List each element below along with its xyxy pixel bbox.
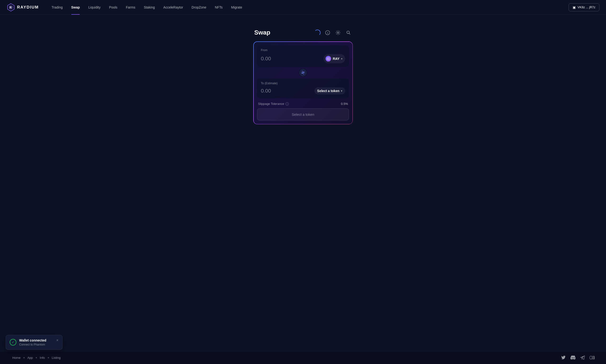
to-token-select-button[interactable]: Select a token ▾ <box>314 87 345 94</box>
from-token-select-button[interactable]: R RAY ▾ <box>324 54 345 63</box>
telegram-icon[interactable] <box>580 355 585 360</box>
wallet-toast: ✓ Wallet connected Connect to Phantom × <box>6 335 63 350</box>
search-button[interactable] <box>345 29 352 36</box>
svg-point-10 <box>592 356 594 359</box>
logo[interactable]: R RAYDIUM <box>7 3 39 12</box>
slippage-row: Slippage Tolerance i 0.5% <box>257 101 349 108</box>
swap-direction-wrapper <box>257 68 349 77</box>
svg-text:R: R <box>328 58 329 60</box>
nav-link-migrate[interactable]: Migrate <box>227 0 246 15</box>
nav-link-farms[interactable]: Farms <box>122 0 140 15</box>
footer-separator-3 <box>48 357 49 358</box>
navbar: R RAYDIUM Trading Swap Liquidity Pools F… <box>0 0 606 15</box>
from-section: From 0.00 R RAY ▾ <box>257 45 349 67</box>
to-label: To (Estimate) <box>261 82 345 85</box>
from-token-symbol: RAY <box>333 57 340 61</box>
twitter-icon[interactable] <box>561 355 566 360</box>
to-amount: 0.00 <box>261 88 271 94</box>
toast-content: Wallet connected Connect to Phantom <box>19 338 53 346</box>
svg-point-11 <box>594 356 595 359</box>
svg-text:i: i <box>327 31 328 34</box>
from-amount: 0.00 <box>261 56 271 62</box>
slippage-info-icon[interactable]: i <box>286 102 289 105</box>
toast-subtitle: Connect to Phantom <box>19 343 53 346</box>
gear-icon <box>336 30 340 35</box>
wallet-button[interactable]: ▣ VK8z ... jR7z <box>569 3 599 11</box>
logo-text: RAYDIUM <box>17 5 39 10</box>
footer-link-listing[interactable]: Listing <box>51 356 62 360</box>
swap-card: From 0.00 R RAY ▾ <box>253 41 353 124</box>
from-token-chevron-icon: ▾ <box>341 57 342 60</box>
svg-text:R: R <box>10 6 12 9</box>
info-button[interactable]: i <box>324 29 331 36</box>
swap-panel: Swap i <box>253 29 353 124</box>
nav-link-pools[interactable]: Pools <box>105 0 122 15</box>
svg-point-9 <box>590 356 592 359</box>
footer-separator-1 <box>24 357 25 358</box>
wallet-address: VK8z ... jR7z <box>578 5 595 9</box>
svg-point-6 <box>347 31 349 34</box>
swap-header: Swap i <box>253 29 353 36</box>
swap-title: Swap <box>254 29 311 36</box>
ray-token-icon: R <box>326 56 331 62</box>
footer-socials <box>561 355 595 360</box>
slippage-value: 0.5% <box>341 102 348 105</box>
footer-link-app[interactable]: App <box>26 356 34 360</box>
nav-link-liquidity[interactable]: Liquidity <box>84 0 105 15</box>
nav-link-trading[interactable]: Trading <box>47 0 67 15</box>
from-row: 0.00 R RAY ▾ <box>261 54 345 63</box>
wallet-icon: ▣ <box>573 5 576 9</box>
svg-point-5 <box>337 32 339 33</box>
medium-icon[interactable] <box>589 355 595 360</box>
settings-button[interactable] <box>335 29 341 36</box>
footer-link-home[interactable]: Home <box>11 356 22 360</box>
nav-link-staking[interactable]: Staking <box>139 0 159 15</box>
main-content: Swap i <box>0 15 606 351</box>
footer-links: Home App Info Listing <box>11 356 62 360</box>
footer-separator-2 <box>36 357 37 358</box>
raydium-logo-icon: R <box>7 3 15 12</box>
info-icon: i <box>325 30 330 35</box>
nav-links: Trading Swap Liquidity Pools Farms Staki… <box>47 0 569 15</box>
toast-check-icon: ✓ <box>10 339 16 346</box>
swap-arrows-icon <box>301 71 305 75</box>
toast-close-button[interactable]: × <box>56 338 58 342</box>
swap-direction-button[interactable] <box>299 68 307 77</box>
nav-link-nfts[interactable]: NFTs <box>211 0 227 15</box>
select-token-cta-button[interactable]: Select a token <box>257 108 349 120</box>
to-token-placeholder: Select a token <box>317 89 340 93</box>
nav-link-accelraytor[interactable]: AcceleRaytor <box>159 0 187 15</box>
search-icon <box>346 30 351 35</box>
swap-header-icons: i <box>314 29 352 36</box>
nav-link-swap[interactable]: Swap <box>67 0 84 15</box>
to-token-chevron-icon: ▾ <box>341 90 342 92</box>
from-label: From <box>261 49 345 52</box>
nav-link-dropzone[interactable]: DropZone <box>187 0 211 15</box>
discord-icon[interactable] <box>570 355 576 360</box>
footer: Home App Info Listing <box>0 351 606 364</box>
to-row: 0.00 Select a token ▾ <box>261 87 345 94</box>
toast-title: Wallet connected <box>19 338 53 342</box>
footer-link-info[interactable]: Info <box>39 356 46 360</box>
slippage-label: Slippage Tolerance i <box>258 102 289 105</box>
loading-spinner-icon <box>314 30 320 36</box>
to-section: To (Estimate) 0.00 Select a token ▾ <box>257 78 349 98</box>
